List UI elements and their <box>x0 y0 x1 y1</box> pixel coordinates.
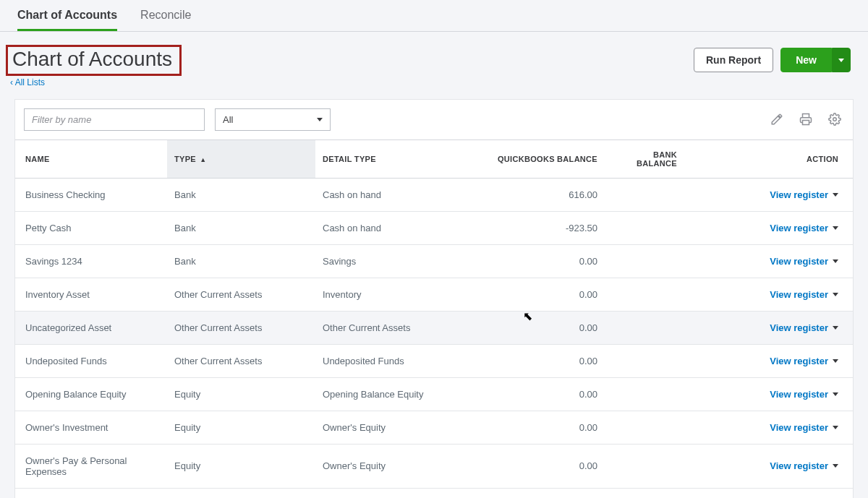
cell-type: Equity <box>167 411 315 444</box>
col-header-bank-balance[interactable]: BANK BALANCE <box>605 139 684 178</box>
back-link-all-lists[interactable]: ‹ All Lists <box>10 77 694 87</box>
col-header-type-label: TYPE <box>174 155 196 163</box>
caret-down-icon <box>317 118 323 121</box>
cell-bank-balance <box>605 244 684 278</box>
table-row: Opening Balance EquityEquityOpening Bala… <box>15 377 853 411</box>
row-action-link[interactable]: View register <box>770 322 838 333</box>
tab-reconcile[interactable]: Reconcile <box>140 9 191 31</box>
caret-down-icon <box>833 226 838 230</box>
caret-down-icon <box>838 59 844 62</box>
caret-down-icon <box>833 293 838 296</box>
cell-qb-balance: 0.00 <box>460 411 605 444</box>
svg-rect-0 <box>803 121 809 125</box>
accounts-table: NAME TYPE ▲ DETAIL TYPE QUICKBOOKS BALAN… <box>15 139 853 498</box>
cell-detail: Savings <box>315 244 460 278</box>
cell-name: Petty Cash <box>15 211 167 244</box>
row-action-link[interactable]: View register <box>770 356 838 366</box>
cell-qb-balance: 0.00 <box>460 377 605 411</box>
new-button[interactable]: New <box>780 48 832 72</box>
cell-qb-balance: 0.00 <box>460 278 605 311</box>
run-report-button[interactable]: Run Report <box>694 48 773 72</box>
cell-qb-balance: 0.00 <box>460 444 605 488</box>
cell-type: Other Current Assets <box>167 344 315 377</box>
sort-asc-icon: ▲ <box>200 156 206 163</box>
cell-bank-balance <box>605 444 684 488</box>
row-action-link[interactable]: View register <box>770 460 838 471</box>
edit-icon[interactable] <box>767 110 786 129</box>
table-row: Petty CashBankCash on hand-923.50View re… <box>15 211 853 244</box>
cell-type: Other Current Assets <box>167 278 315 311</box>
row-action-link[interactable]: View register <box>770 389 838 400</box>
cell-bank-balance <box>605 344 684 377</box>
cell-type: Equity <box>167 444 315 488</box>
cell-action: View register <box>684 211 853 244</box>
cell-qb-balance <box>460 488 605 498</box>
table-row: Inventory AssetOther Current AssetsInven… <box>15 278 853 311</box>
row-action-link[interactable]: View register <box>770 289 838 300</box>
caret-down-icon <box>833 193 838 197</box>
caret-down-icon <box>833 359 838 363</box>
cell-type: Bank <box>167 244 315 278</box>
cell-detail: Cash on hand <box>315 178 460 211</box>
caret-down-icon <box>833 259 838 263</box>
cell-detail: Retained Earnings <box>315 488 460 498</box>
cell-bank-balance <box>605 411 684 444</box>
cell-qb-balance: 0.00 <box>460 344 605 377</box>
cell-type: Equity <box>167 377 315 411</box>
caret-down-icon <box>833 326 838 330</box>
col-header-qb-balance[interactable]: QUICKBOOKS BALANCE <box>460 139 605 178</box>
cell-type: Other Current Assets <box>167 311 315 344</box>
cell-type: Equity <box>167 488 315 498</box>
cell-action: View register <box>684 377 853 411</box>
cell-name: Savings 1234 <box>15 244 167 278</box>
caret-down-icon <box>833 464 838 468</box>
cell-detail: Owner's Equity <box>315 444 460 488</box>
row-action-link[interactable]: View register <box>770 256 838 267</box>
filter-by-name-input[interactable] <box>24 108 205 131</box>
cell-qb-balance: 616.00 <box>460 178 605 211</box>
cell-action: View register <box>684 178 853 211</box>
scope-select-value: All <box>223 114 233 125</box>
col-header-action[interactable]: ACTION <box>684 139 853 178</box>
cell-detail: Opening Balance Equity <box>315 377 460 411</box>
row-action-link[interactable]: View register <box>770 223 838 233</box>
col-header-type[interactable]: TYPE ▲ <box>167 139 315 178</box>
cell-name: Retained Earnings <box>15 488 167 498</box>
cell-name: Undeposited Funds <box>15 344 167 377</box>
cell-name: Uncategorized Asset <box>15 311 167 344</box>
table-row: Uncategorized AssetOther Current AssetsO… <box>15 311 853 344</box>
tab-chart-of-accounts[interactable]: Chart of Accounts <box>17 9 117 31</box>
cell-detail: Undeposited Funds <box>315 344 460 377</box>
table-row: Retained EarningsEquityRetained Earnings… <box>15 488 853 498</box>
table-row: Owner's Pay & Personal ExpensesEquityOwn… <box>15 444 853 488</box>
back-link-label: All Lists <box>15 77 45 87</box>
cell-type: Bank <box>167 178 315 211</box>
table-row: Business CheckingBankCash on hand616.00V… <box>15 178 853 211</box>
new-button-dropdown[interactable] <box>832 48 851 72</box>
col-header-detail[interactable]: DETAIL TYPE <box>315 139 460 178</box>
cell-action: View register <box>684 444 853 488</box>
cell-bank-balance <box>605 488 684 498</box>
col-header-name[interactable]: NAME <box>15 139 167 178</box>
row-action-link[interactable]: View register <box>770 422 838 433</box>
table-row: Owner's InvestmentEquityOwner's Equity0.… <box>15 411 853 444</box>
cell-name: Inventory Asset <box>15 278 167 311</box>
cell-qb-balance: 0.00 <box>460 244 605 278</box>
cell-qb-balance: 0.00 <box>460 311 605 344</box>
cell-action: View register <box>684 278 853 311</box>
row-action-link[interactable]: View register <box>770 189 838 200</box>
gear-icon[interactable] <box>825 110 844 129</box>
print-icon[interactable] <box>796 110 815 129</box>
cell-action: Run report <box>684 488 853 498</box>
cell-action: View register <box>684 344 853 377</box>
page-title: Chart of Accounts <box>6 45 182 76</box>
cell-detail: Owner's Equity <box>315 411 460 444</box>
cell-action: View register <box>684 244 853 278</box>
scope-select[interactable]: All <box>215 108 331 131</box>
cell-bank-balance <box>605 178 684 211</box>
cell-qb-balance: -923.50 <box>460 211 605 244</box>
chevron-left-icon: ‹ <box>10 77 13 87</box>
caret-down-icon <box>833 392 838 396</box>
caret-down-icon <box>833 426 838 429</box>
cell-detail: Inventory <box>315 278 460 311</box>
